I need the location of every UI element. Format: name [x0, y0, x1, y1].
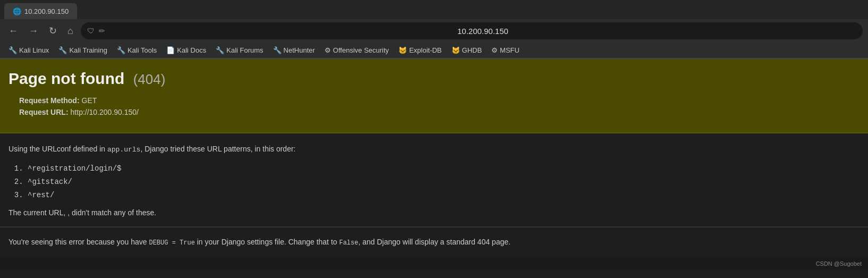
page-content: Page not found (404) Request Method: GET…: [0, 59, 868, 270]
page-footer: CSDN @Sugobet: [0, 257, 868, 270]
home-button[interactable]: ⌂: [64, 25, 76, 37]
debug-message: You're seeing this error because you hav…: [8, 236, 860, 248]
error-body: Using the URLconf defined in app.urls, D…: [0, 133, 868, 227]
active-tab[interactable]: 🌐 10.200.90.150: [4, 3, 77, 19]
url-pattern-2: ^gitstack/: [28, 175, 860, 189]
request-url-row: Request URL: http://10.200.90.150/: [19, 108, 860, 116]
edit-icon: ✏: [99, 27, 105, 35]
back-button[interactable]: ←: [5, 25, 21, 37]
bookmark-kali-tools[interactable]: 🔧 Kali Tools: [113, 45, 161, 55]
request-method-label: Request Method:: [19, 96, 80, 105]
urlconf-code: app.urls: [107, 146, 140, 154]
footer-credit: CSDN @Sugobet: [816, 260, 862, 267]
debug-setting2-code: False: [339, 239, 358, 247]
debug-middle: in your Django settings file. Change tha…: [195, 238, 339, 246]
browser-chrome: 🌐 10.200.90.150 ← → ↻ ⌂ 🛡 ✏ 🔧 Kali Linux…: [0, 0, 868, 59]
bookmark-kali-training[interactable]: 🔧 Kali Training: [54, 45, 112, 55]
nethunter-icon: 🔧: [273, 46, 282, 54]
error-meta: Request Method: GET Request URL: http://…: [8, 96, 860, 116]
kali-linux-icon: 🔧: [8, 46, 17, 54]
bookmark-kali-training-label: Kali Training: [69, 46, 107, 54]
ghdb-icon: 🐱: [452, 46, 460, 54]
address-bar: 🛡 ✏: [81, 22, 863, 39]
bookmark-exploit-db-label: Exploit-DB: [409, 46, 441, 54]
bookmark-msfu-label: MSFU: [500, 46, 520, 54]
bookmark-nethunter[interactable]: 🔧 NetHunter: [269, 45, 319, 55]
description-prefix: Using the URLconf defined in: [8, 145, 107, 153]
url-patterns-list: ^registration/login/$ ^gitstack/ ^rest/: [8, 162, 860, 203]
bookmarks-bar: 🔧 Kali Linux 🔧 Kali Training 🔧 Kali Tool…: [0, 43, 868, 58]
nav-bar: ← → ↻ ⌂ 🛡 ✏: [0, 19, 868, 43]
reload-button[interactable]: ↻: [46, 25, 60, 37]
debug-section: You're seeing this error because you hav…: [0, 227, 868, 257]
bookmark-kali-forums[interactable]: 🔧 Kali Forums: [211, 45, 267, 55]
exploit-db-icon: 🐱: [398, 46, 407, 54]
bookmark-kali-tools-label: Kali Tools: [127, 46, 157, 54]
url-pattern-3: ^rest/: [28, 189, 860, 202]
request-method-row: Request Method: GET: [19, 96, 860, 105]
request-url-label: Request URL:: [19, 108, 69, 116]
kali-forums-icon: 🔧: [216, 46, 224, 54]
debug-suffix: , and Django will display a standard 404…: [358, 238, 510, 246]
bookmark-exploit-db[interactable]: 🐱 Exploit-DB: [394, 45, 446, 55]
bookmark-ghdb[interactable]: 🐱 GHDB: [447, 45, 487, 55]
url-pattern-description: Using the URLconf defined in app.urls, D…: [8, 143, 860, 156]
bookmark-kali-docs[interactable]: 📄 Kali Docs: [162, 45, 210, 55]
error-header: Page not found (404) Request Method: GET…: [0, 59, 868, 133]
bookmark-offensive-security-label: Offensive Security: [333, 46, 389, 54]
bookmark-kali-forums-label: Kali Forums: [226, 46, 263, 54]
offensive-security-icon: ⚙: [325, 46, 331, 54]
tab-favicon: 🌐: [13, 7, 21, 15]
debug-prefix: You're seeing this error because you hav…: [8, 238, 149, 246]
kali-tools-icon: 🔧: [117, 46, 125, 54]
forward-button[interactable]: →: [25, 25, 41, 37]
debug-setting-code: DEBUG = True: [149, 239, 194, 247]
bookmark-nethunter-label: NetHunter: [284, 46, 315, 54]
kali-docs-icon: 📄: [166, 46, 175, 54]
tab-title: 10.200.90.150: [24, 7, 69, 15]
bookmark-msfu[interactable]: ⚙ MSFU: [487, 45, 524, 55]
address-input[interactable]: [109, 27, 856, 36]
tab-bar: 🌐 10.200.90.150: [0, 0, 868, 19]
kali-training-icon: 🔧: [58, 46, 67, 54]
bookmark-ghdb-label: GHDB: [462, 46, 482, 54]
bookmark-kali-linux[interactable]: 🔧 Kali Linux: [4, 45, 53, 55]
url-pattern-1: ^registration/login/$: [28, 162, 860, 175]
no-match-text: The current URL, , didn't match any of t…: [8, 208, 860, 217]
request-method-value: GET: [82, 96, 97, 105]
security-icon: 🛡: [87, 27, 95, 35]
bookmark-offensive-security[interactable]: ⚙ Offensive Security: [320, 45, 393, 55]
error-code: (404): [133, 71, 166, 87]
msfu-icon: ⚙: [491, 46, 498, 54]
error-title: Page not found (404): [8, 70, 860, 88]
request-url-value: http://10.200.90.150/: [71, 108, 139, 116]
error-title-text: Page not found: [8, 70, 124, 87]
description-suffix: , Django tried these URL patterns, in th…: [140, 145, 295, 153]
bookmark-kali-linux-label: Kali Linux: [19, 46, 49, 54]
bookmark-kali-docs-label: Kali Docs: [177, 46, 206, 54]
